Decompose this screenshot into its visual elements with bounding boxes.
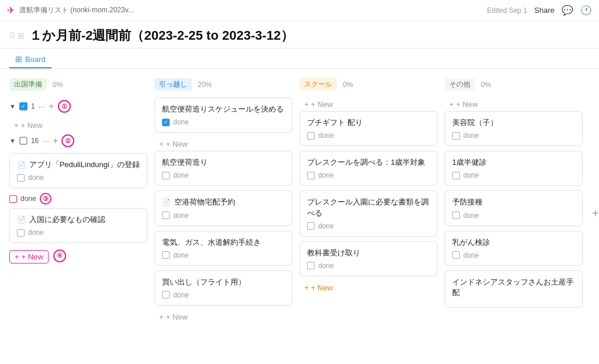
plus-icon-col2-top: + [159,140,164,148]
card-koubin[interactable]: 航空便荷造り done [154,151,292,186]
comment-icon[interactable]: 💬 [562,5,573,16]
group-plus-2[interactable]: + [53,136,58,146]
card-airport-delivery-done: done [162,212,285,220]
card-koubin-checkbox[interactable] [162,172,170,179]
card-checkup-checkbox[interactable] [452,172,460,179]
group-toggle-1[interactable]: ▼ [9,103,16,110]
card-airport-delivery[interactable]: 📄 空港荷物宅配予約 done [154,190,292,226]
plus-icon-col3: + [304,283,309,292]
card-textbook[interactable]: 教科書受け取り done [300,241,438,276]
new-btn-col2[interactable]: + + New [154,310,292,324]
new-btn-col3-top[interactable]: + + New [300,98,438,111]
column-shukoku: 出国準備 0% ▼ ✓ 1 ··· + ① + + New ▼ 16 ··· +… [9,76,147,351]
card-utilities-title: 電気、ガス、水道解約手続き [162,237,285,248]
view-tabs: ⊞ Board [0,48,599,69]
col4-title-pill: その他 [445,78,475,91]
card-vaccine[interactable]: 予防接種 done [445,190,583,226]
doc-title: 渡航準備リスト (nonki-mom.2023v... [19,5,134,15]
card-breast-exam-checkbox[interactable] [452,251,460,259]
card-shopping-title: 買い出し（フライト用） [162,277,285,287]
card-utilities[interactable]: 電気、ガス、水道解約手続き done [154,231,292,266]
card-koubin-schedule-title: 航空便荷造りスケジュールを決める [162,104,285,115]
card-koubin-schedule[interactable]: 航空便荷造りスケジュールを決める ✓ done [154,98,292,133]
card-textbook-title: 教科書受け取り [307,248,430,258]
card-nyukoku[interactable]: 📄 入国に必要なもの確認 done [9,208,147,243]
badge-1: ① [58,100,71,113]
group-dots-2[interactable]: ··· [42,136,49,145]
col3-cards: プチギフト 配り done プレスクールを調べる：1歳半対象 done プレスク… [300,111,438,294]
board-area: 出国準備 0% ▼ ✓ 1 ··· + ① + + New ▼ 16 ··· +… [0,69,599,358]
group-checkbox-2[interactable] [19,137,27,145]
card-airport-delivery-title: 📄 空港荷物宅配予約 [162,197,285,207]
add-column-button[interactable]: + [590,76,599,351]
card-beauty-checkbox[interactable] [452,132,460,140]
card-koubin-schedule-done: ✓ done [162,118,285,126]
app-logo: ✈ [7,5,15,16]
col4-cards: 美容院（子） done 1歳半健診 done 予防接種 done [445,111,583,313]
new-btn-col2-top[interactable]: + + New [154,137,292,151]
card-utilities-checkbox[interactable] [162,251,170,259]
card-checkup-title: 1歳半健診 [452,157,575,168]
card-gift[interactable]: プチギフト 配り done [300,111,438,146]
card-vaccine-checkbox[interactable] [452,212,460,219]
card-beauty[interactable]: 美容院（子） done [445,111,583,146]
card-breast-exam-done: done [452,251,575,259]
column-header-hikkoshi: 引っ越し 20% [154,76,292,93]
tab-board[interactable]: ⊞ Board [9,52,51,68]
card-preschool1-done: done [307,171,430,179]
group-dots-1[interactable]: ··· [39,102,46,111]
card-app-done-text: done [28,174,44,182]
badge-3: ③ [40,193,51,204]
card-indonesia-staff[interactable]: インドネシアスタッフさんお土産手配 [445,271,583,308]
card-shopping-checkbox[interactable] [162,291,170,299]
plus-icon-add-col: + [592,207,599,220]
card-breast-exam-title: 乳がん検診 [452,237,575,248]
card-nyukoku-checkbox[interactable] [17,229,25,237]
card-airport-delivery-checkbox[interactable] [162,212,170,219]
card-preschool1[interactable]: プレスクールを調べる：1歳半対象 done [300,151,438,186]
group-plus-1[interactable]: + [49,101,54,112]
drag-handle[interactable]: ⠿ ⊞ [9,31,25,40]
card-gift-checkbox[interactable] [307,132,315,140]
new-label-col2-top: + New [166,140,188,148]
top-bar-right: Edited Sep 1 Share 💬 🕐 [487,5,592,16]
card-preschool1-title: プレスクールを調べる：1歳半対象 [307,157,430,168]
card-indonesia-staff-title: インドネシアスタッフさんお土産手配 [452,277,575,298]
card-shopping-done-text: done [173,291,189,299]
card-preschool1-done-text: done [318,171,334,179]
card-preschool2[interactable]: プレスクール入園に必要な書類を調べる done [300,190,438,236]
card-beauty-title: 美容院（子） [452,117,575,128]
card-koubin-schedule-checkbox[interactable]: ✓ [162,119,170,126]
card-textbook-checkbox[interactable] [307,262,315,269]
card-nyukoku-title: 📄 入国に必要なもの確認 [17,214,140,225]
history-icon[interactable]: 🕐 [580,5,592,16]
card-preschool2-checkbox[interactable] [307,222,315,230]
new-btn-col3[interactable]: + + New [300,281,438,294]
group-toggle-2[interactable]: ▼ [9,137,16,144]
board-icon: ⊞ [15,54,22,64]
card-vaccine-done-text: done [463,212,479,220]
card-checkup[interactable]: 1歳半健診 done [445,151,583,186]
new-label-g2: + New [22,252,43,261]
new-label-col4-top: + New [456,100,478,109]
card-app[interactable]: 📄 アプリ「PeduliLindungi」の登録 done [9,153,147,188]
group-checkbox-1[interactable]: ✓ [19,102,27,110]
col2-title-pill: 引っ越し [154,78,192,91]
card-preschool1-checkbox[interactable] [307,172,315,179]
new-btn-col4-top[interactable]: + + New [445,98,583,111]
col1-title-pill: 出国準備 [9,78,47,91]
card-app-checkbox[interactable] [17,174,25,182]
badge3-checkbox[interactable] [9,195,17,203]
top-bar: ✈ 渡航準備リスト (nonki-mom.2023v... Edited Sep… [0,0,599,21]
page-header: ⠿ ⊞ １か月前-2週間前（2023-2-25 to 2023-3-12） [0,21,599,48]
new-btn-g1[interactable]: + + New [9,119,147,132]
new-label-col3-top: + New [311,100,333,109]
col3-pct: 0% [343,81,353,89]
card-breast-exam[interactable]: 乳がん検診 done [445,231,583,266]
card-breast-exam-done-text: done [463,251,479,259]
group-count-2: 16 [31,137,39,145]
badge-4: ④ [53,249,66,262]
new-btn-g2[interactable]: + + New [9,250,49,264]
share-button[interactable]: Share [534,6,555,15]
card-shopping[interactable]: 買い出し（フライト用） done [154,271,292,306]
